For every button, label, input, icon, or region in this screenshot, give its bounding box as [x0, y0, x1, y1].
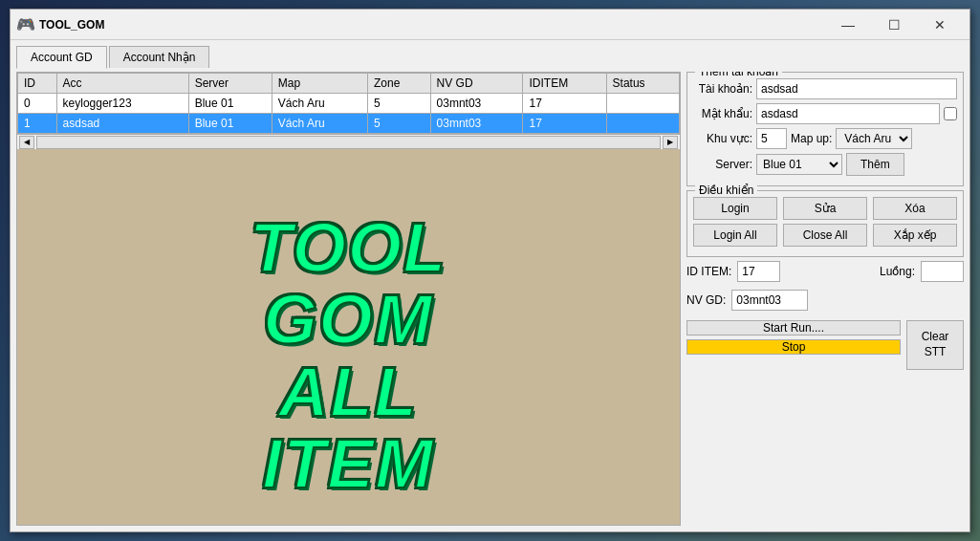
col-nvgd: NV GD: [430, 74, 523, 94]
map-up-label: Map up:: [791, 132, 832, 145]
window-controls: — ☐ ✕: [826, 11, 962, 38]
login-all-button[interactable]: Login All: [693, 224, 777, 247]
id-item-row: ID ITEM: Luồng:: [686, 261, 964, 282]
tab-account-gd[interactable]: Account GD: [16, 46, 107, 69]
them-tai-khoan-group: Thêm tài khoản Tài khoản: Mật khẩu: Khu …: [686, 72, 964, 186]
mat-khau-input[interactable]: [756, 103, 940, 124]
map-up-select[interactable]: Vách Aru: [836, 128, 912, 149]
server-select[interactable]: Blue 01 Blue 02: [756, 154, 842, 175]
them-button[interactable]: Thêm: [846, 153, 904, 176]
nv-gd-row: NV GD:: [686, 290, 964, 311]
mat-khau-label: Mật khẩu:: [693, 107, 752, 120]
col-acc: Acc: [56, 74, 188, 94]
col-status: Status: [606, 74, 679, 94]
btn-row-2: Login All Close All Xắp xếp: [693, 224, 957, 247]
tab-bar: Account GD Account Nhận: [16, 46, 964, 68]
mat-khau-checkbox[interactable]: [944, 107, 957, 120]
col-id: ID: [18, 74, 57, 94]
khu-vuc-label: Khu vực:: [693, 132, 752, 145]
big-text-line1: TOOL GOM: [183, 212, 514, 357]
big-text-overlay: TOOL GOM ALL ITEM: [183, 212, 514, 501]
nv-gd-label: NV GD:: [686, 293, 726, 307]
col-server: Server: [188, 74, 272, 94]
app-icon: 🎮: [18, 17, 33, 32]
col-map: Map: [272, 74, 367, 94]
xap-xep-button[interactable]: Xắp xếp: [873, 224, 957, 247]
id-item-input[interactable]: [737, 261, 780, 282]
big-text-line2: ALL ITEM: [183, 357, 514, 501]
tab-account-nhan[interactable]: Account Nhận: [109, 46, 210, 68]
bottom-btn-row: Start Run.... Stop Clear STT: [686, 320, 964, 370]
scroll-track[interactable]: [36, 136, 661, 149]
left-panel: ID Acc Server Map Zone NV GD IDITEM Stat…: [16, 72, 681, 526]
account-table: ID Acc Server Map Zone NV GD IDITEM Stat…: [17, 73, 680, 134]
window-title: TOOL_GOM: [39, 18, 826, 32]
stop-button[interactable]: Stop: [686, 339, 901, 355]
luong-label: Luồng:: [880, 265, 915, 278]
main-layout: ID Acc Server Map Zone NV GD IDITEM Stat…: [16, 72, 964, 526]
luong-input[interactable]: [921, 261, 964, 282]
titlebar: 🎮 TOOL_GOM — ☐ ✕: [11, 10, 969, 40]
table-container: ID Acc Server Map Zone NV GD IDITEM Stat…: [17, 73, 680, 134]
clear-stt-button[interactable]: Clear STT: [906, 320, 964, 370]
scroll-right-arrow[interactable]: ▶: [663, 136, 678, 149]
table-row[interactable]: 0keylogger123Blue 01Vách Aru503mnt0317: [18, 94, 680, 114]
tai-khoan-group: Tài khoản:: [693, 78, 957, 99]
server-row: Server: Blue 01 Blue 02 Thêm: [693, 153, 957, 176]
sua-button[interactable]: Sửa: [783, 197, 867, 220]
col-zone: Zone: [368, 74, 431, 94]
tai-khoan-input[interactable]: [756, 78, 957, 99]
login-button[interactable]: Login: [693, 197, 777, 220]
main-window: 🎮 TOOL_GOM — ☐ ✕ Account GD Account Nhận: [10, 9, 970, 532]
content-area: Account GD Account Nhận ID Acc Serve: [11, 40, 969, 531]
tai-khoan-label: Tài khoản:: [693, 82, 752, 96]
dieu-khien-label: Điều khiển: [695, 184, 757, 197]
nv-gd-input[interactable]: [731, 290, 808, 311]
hscrollbar[interactable]: ◀ ▶: [17, 134, 680, 149]
table-row[interactable]: 1asdsadBlue 01Vách Aru503mnt0317: [18, 114, 680, 134]
xoa-button[interactable]: Xóa: [873, 197, 957, 220]
minimize-button[interactable]: —: [826, 11, 870, 38]
start-stop-col: Start Run.... Stop: [686, 320, 901, 355]
server-label: Server:: [693, 158, 752, 171]
scroll-left-arrow[interactable]: ◀: [19, 136, 34, 149]
maximize-button[interactable]: ☐: [872, 11, 916, 38]
close-all-button[interactable]: Close All: [783, 224, 867, 247]
them-tai-khoan-label: Thêm tài khoản: [695, 72, 782, 78]
start-run-button[interactable]: Start Run....: [686, 320, 901, 335]
id-item-label: ID ITEM:: [686, 265, 731, 278]
right-panel: Thêm tài khoản Tài khoản: Mật khẩu: Khu …: [686, 72, 964, 526]
khu-vuc-row: Khu vực: Map up: Vách Aru: [693, 128, 957, 149]
close-button[interactable]: ✕: [918, 11, 962, 38]
col-iditem: IDITEM: [523, 74, 606, 94]
dieu-khien-group: Điều khiển Login Sửa Xóa Login All Close…: [686, 190, 964, 257]
btn-row-1: Login Sửa Xóa: [693, 197, 957, 220]
khu-vuc-input[interactable]: [756, 128, 787, 149]
mat-khau-group: Mật khẩu:: [693, 103, 957, 124]
